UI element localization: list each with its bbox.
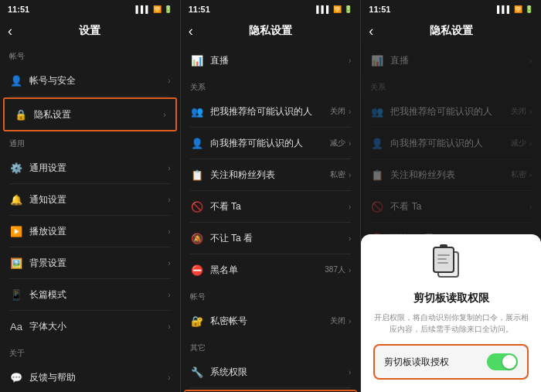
clipboard-toggle-row[interactable]: 剪切板读取授权 [373, 344, 529, 380]
menu-item[interactable]: ▶️播放设置› [0, 216, 180, 247]
clipboard-toggle-switch[interactable] [487, 353, 518, 370]
clipboard-front-icon [433, 247, 454, 273]
menu-item-icon: ⚙️ [9, 161, 23, 175]
menu-item-icon: 🔐 [190, 314, 204, 328]
nav-title: 隐私设置 [430, 24, 473, 38]
menu-item-icon: 📋 [190, 168, 204, 182]
menu-item-text: 通用设置 [29, 162, 168, 175]
nav-title: 设置 [79, 24, 100, 38]
menu-item-text: 播放设置 [29, 225, 168, 238]
menu-item-text: 向我推荐可能认识的人 [210, 137, 330, 150]
menu-item[interactable]: 🔕不让 Ta 看› [181, 223, 361, 254]
popup-description: 开启权限，将自动识别你复制的口令，展示相应内容，后续需手动除来口全访问。 [373, 312, 529, 335]
menu-item-value: 关闭 [511, 106, 526, 117]
menu-item-text: 向我推荐可能认识的人 [390, 137, 510, 150]
chevron-right-icon: › [529, 139, 532, 148]
menu-item[interactable]: 🔐私密帐号关闭› [181, 305, 361, 336]
menu-item-text: 关注和粉丝列表 [390, 169, 510, 182]
section-label: 帐号 [181, 285, 361, 305]
menu-item[interactable]: 💬反馈与帮助› [0, 362, 180, 392]
nav-bar: ‹隐私设置 [181, 17, 361, 45]
battery-icon: 🔋 [525, 5, 533, 13]
menu-item-icon: 🚫 [370, 199, 384, 213]
menu-item[interactable]: 🖼️背景设置› [0, 247, 180, 278]
clipboard-permission-popup: 剪切板读取权限开启权限，将自动识别你复制的口令，展示相应内容，后续需手动除来口全… [361, 234, 541, 392]
menu-item[interactable]: 📋关注和粉丝列表私密› [361, 159, 541, 190]
menu-item[interactable]: 🔒隐私设置› [5, 99, 175, 130]
nav-bar: ‹隐私设置 [361, 17, 541, 45]
menu-item[interactable]: Aa字体大小› [0, 311, 180, 342]
menu-item[interactable]: 🚫不看 Ta› [361, 191, 541, 222]
wifi-icon: 🛜 [514, 5, 522, 13]
menu-item-value: 387人 [325, 264, 345, 275]
signal-icon: ▌▌▌ [136, 5, 151, 13]
menu-item-text: 把我推荐给可能认识的人 [390, 105, 510, 118]
section-label: 通用 [0, 132, 180, 152]
menu-item[interactable]: 🚫不看 Ta› [181, 191, 361, 222]
popup-icon-container [373, 247, 529, 284]
menu-item-icon: 🔒 [14, 107, 28, 121]
menu-item-icon: 🔧 [190, 365, 204, 379]
menu-item-icon: 🚫 [190, 199, 204, 213]
menu-item-text: 私密帐号 [210, 315, 330, 328]
menu-item-text: 不看 Ta [390, 200, 529, 213]
menu-item[interactable]: 👤向我推荐可能认识的人减少› [361, 128, 541, 159]
status-icons: ▌▌▌ 🛜 🔋 [316, 5, 352, 13]
menu-item[interactable]: 👥把我推荐给可能认识的人关闭› [361, 96, 541, 127]
menu-item-text: 直播 [390, 54, 529, 67]
clipboard-line3 [437, 262, 448, 264]
status-time: 11:51 [8, 5, 29, 14]
menu-item-icon: 🖼️ [9, 256, 23, 270]
menu-item[interactable]: 👥把我推荐给可能认识的人关闭› [181, 96, 361, 127]
menu-item[interactable]: 👤帐号与安全› [0, 65, 180, 96]
menu-item-value: 私密 [330, 169, 345, 180]
chevron-right-icon: › [529, 203, 532, 211]
chevron-right-icon: › [163, 111, 165, 119]
chevron-right-icon: › [168, 164, 170, 172]
status-bar: 11:51 ▌▌▌ 🛜 🔋 [361, 0, 541, 17]
clipboard-line1 [437, 254, 450, 256]
menu-item-text: 关注和粉丝列表 [210, 169, 330, 182]
menu-item-text: 隐私设置 [34, 108, 163, 121]
chevron-right-icon: › [168, 227, 170, 236]
highlighted-item-container: 🔒隐私设置› [3, 97, 177, 131]
menu-item-text: 把我推荐给可能认识的人 [210, 105, 330, 118]
menu-item-value: 私密 [511, 169, 526, 180]
panel-privacy-popup: 11:51 ▌▌▌ 🛜 🔋 ‹隐私设置📊直播›关系👥把我推荐给可能认识的人关闭›… [361, 0, 541, 392]
menu-item-icon: 🔔 [9, 193, 23, 206]
menu-item-icon: Aa [9, 319, 23, 333]
menu-item-text: 长篇模式 [29, 288, 168, 302]
chevron-right-icon: › [349, 317, 351, 326]
back-button[interactable]: ‹ [189, 23, 193, 39]
back-button[interactable]: ‹ [8, 23, 12, 39]
chevron-right-icon: › [529, 171, 532, 179]
menu-item-text: 帐号与安全 [29, 74, 168, 87]
menu-item[interactable]: 📊直播› [361, 45, 541, 76]
menu-item[interactable]: 📱长篇模式› [0, 279, 180, 310]
menu-item[interactable]: ⛔黑名单387人› [181, 254, 361, 285]
menu-item[interactable]: 👤向我推荐可能认识的人减少› [181, 128, 361, 159]
menu-item-icon: 👥 [190, 104, 204, 118]
menu-item-text: 字体大小 [29, 320, 168, 333]
menu-item[interactable]: 📊直播› [181, 45, 361, 76]
battery-icon: 🔋 [344, 5, 352, 13]
menu-item[interactable]: 🔔通知设置› [0, 184, 180, 215]
clipboard-line2 [437, 258, 447, 260]
menu-item[interactable]: ⚙️通用设置› [0, 152, 180, 183]
section-label: 关于 [0, 342, 180, 362]
menu-item-icon: 👤 [9, 73, 23, 87]
menu-item-value: 关闭 [330, 106, 345, 117]
menu-item-icon: ⛔ [190, 263, 204, 277]
menu-item-text: 系统权限 [210, 366, 349, 379]
nav-title: 隐私设置 [249, 24, 292, 38]
chevron-right-icon: › [168, 322, 170, 331]
menu-item-text: 反馈与帮助 [29, 371, 168, 384]
chevron-right-icon: › [349, 203, 351, 211]
clipboard-icon [433, 247, 470, 284]
menu-item[interactable]: 📋关注和粉丝列表私密› [181, 159, 361, 190]
status-time: 11:51 [369, 5, 390, 14]
menu-item-value: 减少 [511, 138, 526, 148]
back-button[interactable]: ‹ [369, 23, 373, 39]
menu-item-value: 关闭 [330, 315, 345, 326]
menu-item[interactable]: 🔧系统权限› [181, 356, 361, 387]
